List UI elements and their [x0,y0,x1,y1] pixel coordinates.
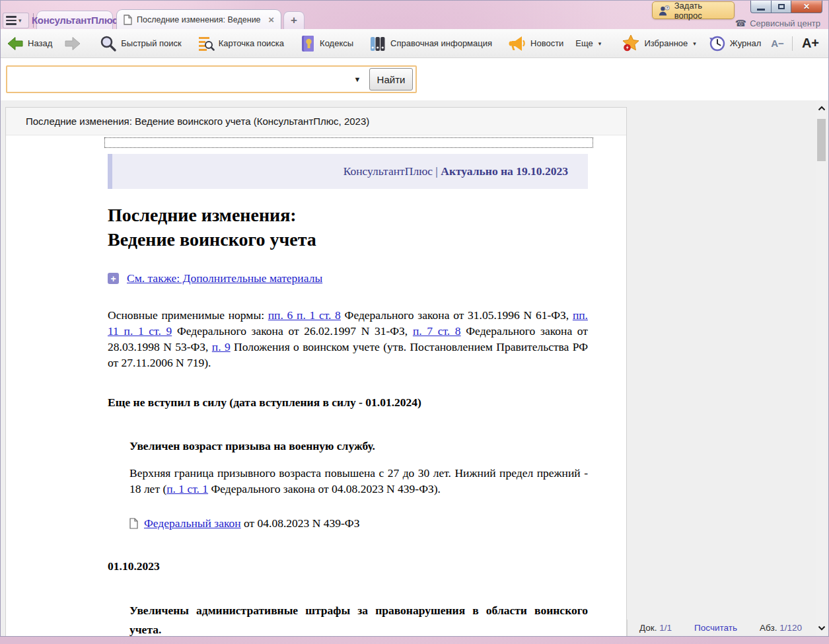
divider [792,36,793,51]
search-card-label: Карточка поиска [219,38,284,48]
more-menu-button[interactable]: Еще ▾ [569,32,607,55]
service-center-label: Сервисный центр [750,18,820,28]
minimize-icon [757,9,765,11]
close-tab-icon[interactable]: × [267,15,275,24]
norms-paragraph: Основные применимые нормы: пп. 6 п. 1 ст… [108,307,588,371]
magnifier-icon [100,35,117,52]
favorites-button[interactable]: Избранное ▾ [616,32,702,55]
chevron-down-icon: ▾ [18,18,22,24]
document-header-title: Последние изменения: Ведение воинского у… [26,116,369,127]
see-also-link[interactable]: См. также: Дополнительные материалы [127,271,322,285]
change1-paragraph: Верхняя граница призывного возраста повы… [129,465,588,497]
maximize-button[interactable] [772,1,791,13]
document-actuality-band: КонсультантПлюс | Актуально на 19.10.202… [108,154,588,189]
inline-doc-link[interactable]: п. 1 ст. 1 [166,482,208,495]
search-input[interactable] [7,67,345,92]
change2-title: Увеличены административные штрафы за пра… [129,601,588,636]
reference-info-button[interactable]: Справочная информация [363,32,498,55]
home-tab-logo[interactable]: КонсультантПлюс [36,11,113,29]
status-bar: Док. 1/1 Посчитать Абз. 1/120 [627,620,816,636]
search-card-icon [198,35,215,52]
document-panel: Последние изменения: Ведение воинского у… [5,107,627,636]
brand-logo: КонсультантПлюс [32,15,118,26]
date-heading: 01.10.2023 [108,559,626,573]
star-icon [622,34,640,52]
chevron-down-icon: ▾ [693,40,696,47]
back-button[interactable]: Назад [1,32,58,55]
codes-button[interactable]: Кодексы [294,32,359,55]
related-document-row: Федеральный закон от 04.08.2023 N 439-ФЗ [129,517,626,530]
arrow-left-icon [7,36,24,52]
inline-doc-link[interactable]: п. 7 ст. 8 [413,324,461,338]
pending-heading: Еще не вступил в силу (дата вступления в… [108,396,589,410]
document-body[interactable]: КонсультантПлюс | Актуально на 19.10.202… [6,135,626,636]
binders-icon [369,35,386,52]
inline-doc-link[interactable]: п. 9 [212,340,231,353]
ask-question-button[interactable]: ? Задать вопрос [652,1,735,19]
ask-question-label: Задать вопрос [674,1,729,20]
document-tab[interactable]: Последние изменения: Ведение воин × [116,9,281,29]
codes-label: Кодексы [320,38,353,48]
close-window-button[interactable]: ✕ [791,1,822,13]
count-link[interactable]: Посчитать [694,623,737,633]
person-question-icon: ? [658,5,670,17]
arrow-right-icon [64,36,81,52]
back-label: Назад [28,38,52,48]
related-document-link: Федеральный закон от 04.08.2023 N 439-ФЗ [144,517,359,530]
search-combobox: ▼ Найти [6,65,417,93]
actuality-date: Актуально на 19.10.2023 [441,164,568,178]
quick-search-label: Быстрый поиск [121,38,182,48]
document-icon [124,15,132,25]
search-history-dropdown[interactable]: ▼ [345,67,369,92]
main-toolbar: Назад Быстрый поиск Карточка поиска [1,29,828,58]
favorites-label: Избранное [644,38,688,48]
hamburger-icon [6,16,17,25]
scroll-down-icon[interactable] [816,622,826,635]
news-button[interactable]: Новости [502,32,569,55]
close-icon: ✕ [803,2,810,11]
doc-counter: Док. 1/1 [639,623,672,633]
law-book-icon [300,35,316,52]
chevron-down-icon: ▼ [354,75,361,83]
search-panel: ▼ Найти W ▾ ab ▾ ••• [1,58,828,100]
quick-search-button[interactable]: Быстрый поиск [94,32,188,55]
search-card-button[interactable]: Карточка поиска [192,32,290,55]
vertical-scrollbar[interactable] [816,102,826,636]
document-icon [129,518,138,529]
journal-label: Журнал [730,38,761,48]
font-increase-button[interactable]: A+ [797,36,824,51]
megaphone-icon [508,35,526,52]
forward-button[interactable] [58,32,87,55]
chevron-down-icon: ▾ [598,40,602,47]
expand-plus-icon[interactable]: + [108,273,119,284]
more-label: Еще [575,38,593,48]
inline-doc-link[interactable]: пп. 6 п. 1 ст. 8 [268,308,341,322]
maximize-icon [778,4,785,9]
bookmark-placeholder[interactable] [104,137,593,148]
svg-text:?: ? [666,6,668,10]
inline-doc-link[interactable]: Федеральный закон [144,517,241,530]
find-label: Найти [377,74,406,85]
scroll-up-icon[interactable] [816,102,826,115]
phone-icon: ☎ [735,18,746,28]
journal-button[interactable]: Журнал [702,32,767,55]
find-button[interactable]: Найти [369,68,413,90]
separator-text: | [433,164,441,178]
news-label: Новости [530,38,563,48]
main-menu-button[interactable]: ▾ [3,13,29,28]
change1-title: Увеличен возраст призыва на военную служ… [129,438,588,454]
window-controls: ✕ [750,1,822,13]
new-tab-button[interactable]: + [283,11,305,29]
scrollbar-thumb[interactable] [817,119,826,161]
window-titlebar: ▾ КонсультантПлюс Последние изменения: В… [1,0,828,29]
document-title: Последние изменения: Ведение воинского у… [108,203,589,252]
paragraph-counter: Абз. 1/120 [760,623,802,633]
document-tab-title: Последние изменения: Ведение воин [137,15,262,24]
font-decrease-button[interactable]: A− [767,38,788,49]
document-header-bar: Последние изменения: Ведение воинского у… [6,108,626,135]
brand-text: КонсультантПлюс [343,164,433,178]
reference-info-label: Справочная информация [390,38,492,48]
main-area: Последние изменения: Ведение воинского у… [1,100,828,636]
minimize-button[interactable] [750,1,772,13]
service-center-link[interactable]: ☎ Сервисный центр [735,18,820,28]
